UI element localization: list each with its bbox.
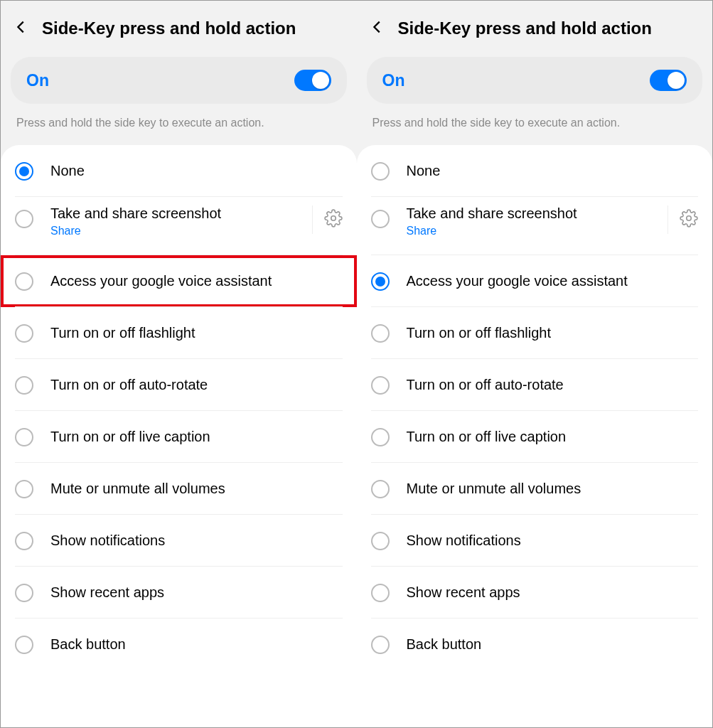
radio-item-recent-apps[interactable]: Show recent apps bbox=[1, 567, 357, 619]
item-label: Mute or unmute all volumes bbox=[50, 481, 343, 497]
radio-icon bbox=[371, 532, 390, 550]
right-pane: Side-Key press and hold action On Press … bbox=[357, 1, 713, 727]
radio-icon bbox=[371, 428, 390, 446]
toggle-label: On bbox=[382, 71, 405, 90]
item-label: Turn on or off live caption bbox=[50, 429, 343, 445]
toggle-label: On bbox=[26, 71, 49, 90]
radio-item-google-assistant[interactable]: Access your google voice assistant bbox=[357, 255, 713, 307]
item-label: Show notifications bbox=[50, 532, 343, 549]
description-text: Press and hold the side key to execute a… bbox=[357, 104, 713, 145]
item-label: None bbox=[50, 163, 343, 179]
svg-point-0 bbox=[331, 216, 336, 221]
radio-item-back-button[interactable]: Back button bbox=[1, 619, 357, 670]
radio-icon bbox=[371, 324, 390, 343]
item-label: Turn on or off flashlight bbox=[407, 325, 699, 341]
radio-item-none[interactable]: None bbox=[1, 145, 357, 197]
description-text: Press and hold the side key to execute a… bbox=[1, 104, 357, 145]
page-title: Side-Key press and hold action bbox=[42, 18, 296, 38]
radio-item-back-button[interactable]: Back button bbox=[357, 619, 713, 670]
radio-icon bbox=[15, 584, 33, 602]
radio-icon bbox=[15, 162, 33, 181]
radio-icon bbox=[371, 636, 390, 654]
radio-icon bbox=[371, 376, 390, 395]
item-label: Show notifications bbox=[407, 532, 699, 549]
radio-item-none[interactable]: None bbox=[357, 145, 713, 197]
gear-icon bbox=[680, 209, 698, 230]
radio-item-google-assistant[interactable]: Access your google voice assistant bbox=[1, 255, 357, 307]
radio-icon bbox=[371, 272, 390, 291]
item-label: Back button bbox=[50, 636, 343, 653]
toggle-switch[interactable] bbox=[294, 70, 331, 91]
action-list: None Take and share screenshot Share Acc… bbox=[1, 145, 357, 727]
radio-icon bbox=[371, 162, 390, 181]
action-list: None Take and share screenshot Share Acc… bbox=[357, 145, 713, 727]
item-label: Take and share screenshot bbox=[50, 205, 312, 222]
gear-icon bbox=[324, 209, 343, 230]
item-label: Show recent apps bbox=[50, 584, 343, 601]
item-label: Turn on or off auto-rotate bbox=[407, 377, 699, 393]
radio-icon bbox=[371, 584, 390, 602]
item-label: Mute or unmute all volumes bbox=[407, 481, 699, 497]
toggle-switch[interactable] bbox=[650, 70, 687, 91]
radio-item-notifications[interactable]: Show notifications bbox=[1, 515, 357, 567]
radio-item-flashlight[interactable]: Turn on or off flashlight bbox=[357, 307, 713, 359]
radio-icon bbox=[15, 636, 33, 654]
radio-icon bbox=[15, 480, 33, 498]
back-icon[interactable] bbox=[14, 19, 29, 38]
item-label: None bbox=[407, 163, 699, 179]
header: Side-Key press and hold action bbox=[357, 1, 713, 51]
radio-item-screenshot[interactable]: Take and share screenshot Share bbox=[357, 197, 713, 255]
radio-item-screenshot[interactable]: Take and share screenshot Share bbox=[1, 197, 357, 255]
radio-icon bbox=[15, 272, 33, 291]
radio-item-flashlight[interactable]: Turn on or off flashlight bbox=[1, 307, 357, 359]
item-label: Turn on or off auto-rotate bbox=[50, 377, 343, 393]
page-title: Side-Key press and hold action bbox=[398, 18, 652, 38]
left-pane: Side-Key press and hold action On Press … bbox=[1, 1, 357, 727]
radio-item-auto-rotate[interactable]: Turn on or off auto-rotate bbox=[1, 359, 357, 411]
radio-item-live-caption[interactable]: Turn on or off live caption bbox=[1, 411, 357, 463]
radio-item-live-caption[interactable]: Turn on or off live caption bbox=[357, 411, 713, 463]
radio-item-auto-rotate[interactable]: Turn on or off auto-rotate bbox=[357, 359, 713, 411]
item-label: Turn on or off flashlight bbox=[50, 325, 343, 341]
item-label: Show recent apps bbox=[407, 584, 699, 601]
item-label: Take and share screenshot bbox=[407, 205, 668, 222]
item-sublabel: Share bbox=[407, 225, 668, 237]
item-label: Access your google voice assistant bbox=[407, 273, 699, 289]
svg-point-1 bbox=[687, 216, 692, 221]
feature-toggle-row[interactable]: On bbox=[367, 57, 703, 104]
radio-item-mute[interactable]: Mute or unmute all volumes bbox=[1, 463, 357, 515]
radio-icon bbox=[15, 532, 33, 550]
radio-icon bbox=[371, 480, 390, 498]
item-label: Back button bbox=[407, 636, 699, 653]
radio-icon bbox=[371, 210, 390, 228]
back-icon[interactable] bbox=[370, 19, 385, 38]
radio-icon bbox=[15, 210, 33, 228]
radio-icon bbox=[15, 376, 33, 395]
header: Side-Key press and hold action bbox=[1, 1, 357, 51]
item-sublabel: Share bbox=[50, 225, 312, 237]
settings-button[interactable] bbox=[668, 205, 698, 234]
radio-item-recent-apps[interactable]: Show recent apps bbox=[357, 567, 713, 619]
radio-item-notifications[interactable]: Show notifications bbox=[357, 515, 713, 567]
radio-item-mute[interactable]: Mute or unmute all volumes bbox=[357, 463, 713, 515]
radio-icon bbox=[15, 428, 33, 446]
settings-button[interactable] bbox=[312, 205, 343, 234]
item-label: Access your google voice assistant bbox=[50, 273, 343, 289]
radio-icon bbox=[15, 324, 33, 343]
item-label: Turn on or off live caption bbox=[407, 429, 699, 445]
feature-toggle-row[interactable]: On bbox=[11, 57, 347, 104]
